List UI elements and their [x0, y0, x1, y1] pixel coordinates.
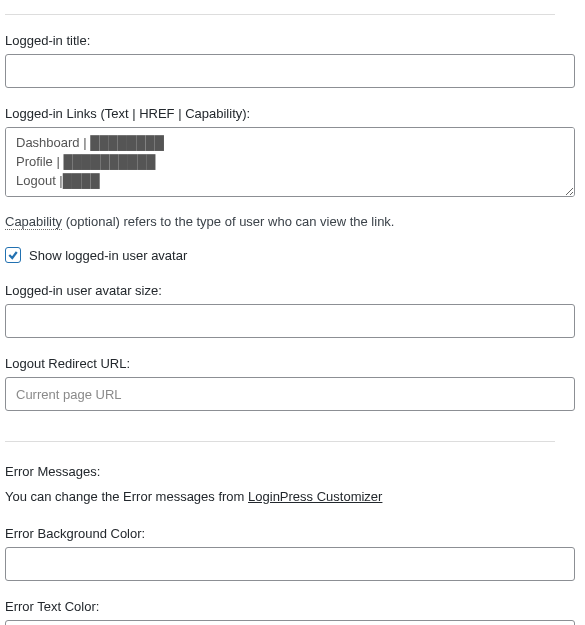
avatar-size-label: Logged-in user avatar size: [5, 283, 575, 298]
error-text-label: Error Text Color: [5, 599, 575, 614]
logged-in-links-label: Logged-in Links (Text | HREF | Capabilit… [5, 106, 575, 121]
error-desc-prefix: You can change the Error messages from [5, 489, 248, 504]
divider-mid [5, 441, 555, 442]
check-icon [7, 249, 19, 261]
show-avatar-row: Show logged-in user avatar [5, 247, 580, 263]
error-messages-heading: Error Messages: [5, 464, 580, 479]
show-avatar-checkbox[interactable] [5, 247, 21, 263]
divider-top [5, 14, 555, 15]
error-messages-desc: You can change the Error messages from L… [5, 489, 580, 504]
logout-redirect-label: Logout Redirect URL: [5, 356, 575, 371]
logout-redirect-field: Logout Redirect URL: [5, 356, 575, 411]
avatar-size-input[interactable] [5, 304, 575, 338]
error-bg-input[interactable] [5, 547, 575, 581]
logged-in-title-field: Logged-in title: [5, 33, 575, 88]
logged-in-links-textarea[interactable] [5, 127, 575, 197]
capability-note: Capability (optional) refers to the type… [5, 214, 580, 229]
capability-link[interactable]: Capability [5, 214, 62, 230]
logged-in-links-field: Logged-in Links (Text | HREF | Capabilit… [5, 106, 575, 200]
error-text-input[interactable] [5, 620, 575, 625]
capability-rest: (optional) refers to the type of user wh… [62, 214, 394, 229]
avatar-size-field: Logged-in user avatar size: [5, 283, 575, 338]
loginpress-customizer-link[interactable]: LoginPress Customizer [248, 489, 382, 504]
logged-in-title-input[interactable] [5, 54, 575, 88]
logout-redirect-input[interactable] [5, 377, 575, 411]
logged-in-title-label: Logged-in title: [5, 33, 575, 48]
error-bg-label: Error Background Color: [5, 526, 575, 541]
error-text-field: Error Text Color: [5, 599, 575, 625]
error-bg-field: Error Background Color: [5, 526, 575, 581]
show-avatar-label: Show logged-in user avatar [29, 248, 187, 263]
